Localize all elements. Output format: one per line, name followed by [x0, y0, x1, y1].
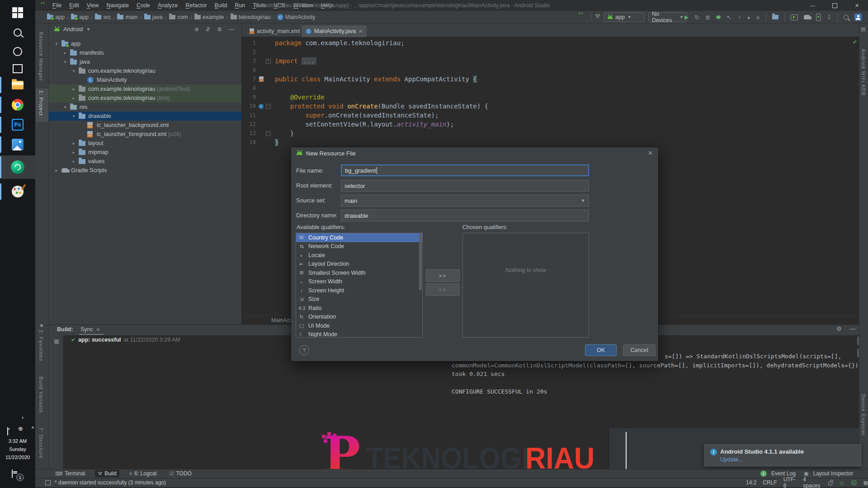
tree-item-com-example-teknologiriau[interactable]: ▸com.example.teknologiriau (androidTest) — [49, 84, 241, 94]
tab-activity-main-xml[interactable]: activity_main.xml ✕ — [245, 25, 311, 37]
qualifier-screen-height[interactable]: ↕Screen Height — [296, 286, 422, 295]
qualifier-smallest-screen-width[interactable]: ⊞Smallest Screen Width — [296, 268, 422, 277]
attach-debugger-icon[interactable] — [726, 14, 731, 21]
breadcrumb-main[interactable]: main — [117, 14, 137, 20]
stripe-resource-manager[interactable]: Resource Manager — [38, 32, 44, 81]
breadcrumb-com[interactable]: com — [169, 14, 188, 20]
chevron-down-icon[interactable]: ▾ — [54, 42, 59, 46]
build-hammer-icon[interactable] — [595, 13, 600, 19]
menu-navigate[interactable]: Navigate — [107, 2, 129, 9]
chevron-right-icon[interactable]: ▸ — [71, 150, 76, 155]
qualifier-layout-direction[interactable]: ⇤Layout Direction — [296, 260, 422, 269]
settings-gear-icon[interactable] — [217, 26, 222, 33]
qualifier-ui-mode[interactable]: ▢UI Mode — [296, 321, 422, 330]
toolwindow-build[interactable]: ⚒Build — [95, 470, 119, 477]
menu-refactor[interactable]: Refactor — [185, 2, 207, 9]
chevron-down-icon[interactable]: ▾ — [71, 114, 76, 118]
stripe-project[interactable]: 1: Project — [38, 90, 44, 116]
tree-item-manifests[interactable]: ▸manifests — [49, 48, 241, 57]
clock-date[interactable]: 11/22/2020 — [0, 455, 35, 460]
tree-item-java[interactable]: ▾java — [49, 57, 241, 66]
directory-name-input[interactable]: drawable — [341, 210, 589, 221]
fold-expand-icon[interactable]: + — [266, 59, 271, 64]
menu-file[interactable]: File — [52, 2, 61, 9]
breadcrumb-app[interactable]: app — [71, 14, 89, 20]
action-center-button[interactable] — [12, 470, 13, 478]
chevron-right-icon[interactable]: ▸ — [71, 159, 76, 164]
chevron-right-icon[interactable]: ▸ — [71, 87, 76, 91]
code-line-7[interactable]: 7public class MainActivity extends AppCo… — [242, 75, 857, 84]
tree-item-values[interactable]: ▸values — [49, 157, 241, 166]
stripe-structure[interactable]: 7: Structure — [38, 427, 44, 459]
tree-item-com-example-teknologiriau[interactable]: ▾com.example.teknologiriau — [49, 66, 241, 75]
dialog-title-bar[interactable]: New Resource File — [291, 147, 658, 159]
code-line-14[interactable]: 14} — [242, 138, 857, 147]
menu-build[interactable]: Build — [215, 2, 227, 9]
battery-icon[interactable] — [7, 427, 8, 436]
file-name-input[interactable]: bg_gradient — [341, 164, 589, 176]
stripe-build-variants[interactable]: Build Variants — [38, 376, 44, 413]
locate-file-icon[interactable] — [194, 26, 199, 33]
search-everywhere-icon[interactable] — [844, 15, 849, 20]
tree-item-mainactivity[interactable]: CMainActivity — [49, 75, 241, 84]
run-configuration-select[interactable]: app ▼ — [604, 12, 645, 22]
line-separator[interactable]: CRLF — [763, 479, 777, 486]
code-line-13[interactable]: 13− } — [242, 129, 857, 138]
photoshop-button[interactable]: Ps — [0, 116, 35, 134]
profile-run-icon[interactable] — [747, 14, 750, 21]
code-editor[interactable]: 1package com.example.teknologiriau;23+im… — [242, 38, 857, 147]
hide-build-panel-icon[interactable]: ― — [850, 325, 856, 332]
inspections-ok-icon[interactable]: ✔ — [853, 39, 857, 45]
hide-panel-icon[interactable]: ― — [229, 26, 234, 33]
layout-inspector-button[interactable]: Layout Inspector — [813, 470, 853, 477]
capture-folder-icon[interactable] — [772, 15, 778, 19]
clock-time[interactable]: 3:32 AM — [0, 438, 35, 444]
fold-collapse-icon[interactable]: − — [266, 131, 271, 136]
toolwindow-todo[interactable]: ☑TODO — [167, 470, 194, 477]
toolwindow-toggle-icon[interactable] — [45, 480, 51, 485]
available-qualifiers-list[interactable]: ☏Country Code⇆Network Code◐Locale⇤Layout… — [296, 233, 423, 338]
minimize-button[interactable]: — — [802, 0, 824, 11]
tray-expand-chevron[interactable]: › — [22, 414, 24, 421]
collapse-all-icon[interactable] — [206, 26, 210, 33]
close-button[interactable]: ✕ — [846, 0, 868, 11]
apply-changes-icon[interactable] — [694, 14, 699, 21]
sad-face-icon[interactable]: ☹ — [851, 479, 857, 486]
root-element-input[interactable]: selector — [341, 180, 589, 192]
readonly-lock-icon[interactable] — [828, 482, 832, 485]
breadcrumb-app[interactable]: app — [47, 14, 65, 20]
tree-item-com-example-teknologiriau[interactable]: ▸com.example.teknologiriau (test) — [49, 94, 241, 103]
device-select[interactable]: No Devices ▼ — [648, 12, 687, 22]
breadcrumb-MainActivity[interactable]: CMainActivity — [277, 14, 316, 20]
close-icon[interactable]: ✕ — [96, 327, 100, 332]
code-line-11[interactable]: 11 super.onCreate(savedInstanceState); — [242, 111, 857, 120]
avd-manager-icon[interactable] — [791, 14, 798, 20]
chevron-right-icon[interactable]: ▸ — [71, 141, 76, 145]
chevron-right-icon[interactable]: ▸ — [54, 168, 59, 173]
tree-item-gradle-scripts[interactable]: ▸Gradle Scripts — [49, 166, 241, 175]
indent-setting[interactable]: 4 spaces — [803, 476, 822, 488]
debug-icon[interactable] — [716, 15, 721, 19]
code-line-1[interactable]: 1package com.example.teknologiriau; — [242, 38, 857, 47]
qualifiers-scrollbar[interactable] — [419, 234, 422, 290]
chevron-down-icon[interactable]: ▾ — [63, 105, 67, 109]
tree-item-drawable[interactable]: ▾drawable — [49, 112, 241, 121]
run-icon[interactable]: ▶ — [684, 14, 689, 20]
code-line-2[interactable]: 2 — [242, 47, 857, 56]
cancel-button[interactable]: Cancel — [623, 344, 656, 356]
menu-code[interactable]: Code — [137, 2, 150, 9]
stripe-device-explorer[interactable]: Device Explorer — [861, 394, 866, 436]
tree-item-res[interactable]: ▾res — [49, 103, 241, 112]
android-studio-button[interactable] — [0, 158, 35, 176]
stripe-favorites[interactable]: 2: Favorites — [38, 330, 44, 361]
toolwindow-terminal[interactable]: ⌨Terminal — [52, 470, 88, 477]
chevron-right-icon[interactable]: ▸ — [71, 96, 76, 100]
qualifier-screen-width[interactable]: ↔Screen Width — [296, 277, 422, 286]
menu-run[interactable]: Run — [235, 2, 245, 9]
sdk-manager-icon[interactable] — [827, 14, 832, 21]
task-view-button[interactable] — [0, 60, 35, 78]
toolwindow--logcat[interactable]: ≡6: Logcat — [127, 470, 160, 477]
update-notification[interactable]: i Android Studio 4.1.1 available Update.… — [704, 444, 861, 466]
qualifier-locale[interactable]: ◐Locale — [296, 251, 422, 260]
start-button[interactable] — [0, 4, 35, 22]
